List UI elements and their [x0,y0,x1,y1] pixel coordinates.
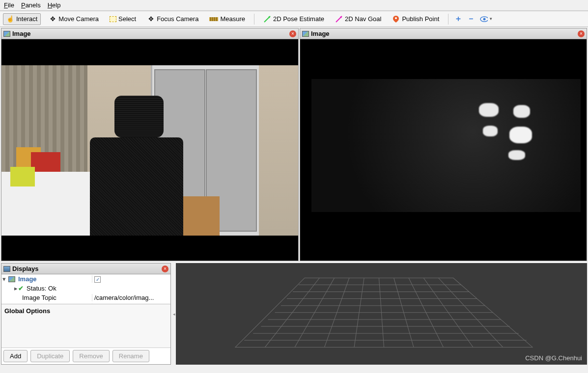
plus-icon[interactable]: ＋ [454,15,462,23]
focus-camera-button[interactable]: ✥ Focus Camera [144,14,201,25]
publish-point-button[interactable]: Publish Point [389,14,442,25]
topic-value[interactable]: /camera/color/imag... [92,294,170,301]
interact-label: Interact [16,15,37,23]
image-icon [3,31,10,37]
move-camera-button[interactable]: ✥ Move Camera [46,14,102,25]
watermark: CSDN @G.Chenhui [525,354,582,362]
transport-value[interactable]: raw [92,303,170,304]
tree-item-image[interactable]: ▾ Image ✓ [1,274,170,284]
select-label: Select [118,15,136,23]
pose-estimate-label: 2D Pose Estimate [273,15,324,23]
collapse-icon[interactable]: ▾ [1,275,6,283]
pose-estimate-button[interactable]: 2D Pose Estimate [260,14,327,25]
image-panel-depth-header[interactable]: Image × [300,28,587,39]
duplicate-button[interactable]: Duplicate [30,350,70,362]
help-box: Global Options [1,304,170,347]
measure-button[interactable]: Measure [206,14,248,24]
focus-camera-label: Focus Camera [157,15,198,23]
tree-item-status[interactable]: ▸ ✔ Status: Ok [1,284,170,293]
image-panel-depth-title: Image [311,30,576,37]
splitter-handle[interactable]: ◂ [172,262,176,366]
displays-body: ▾ Image ✓ ▸ ✔ Status: Ok Image Topic /ca… [1,274,170,364]
focus-camera-icon: ✥ [147,15,155,23]
image-panel-color-header[interactable]: Image × [1,28,298,39]
svg-point-6 [483,18,486,20]
minus-icon[interactable]: － [467,15,475,23]
displays-panel-title: Displays [12,265,160,272]
menu-file[interactable]: FFileile [4,1,14,9]
svg-point-4 [395,17,397,19]
menu-bar: FFileile Panels Help [0,0,588,11]
toolbar: ☝ Interact ✥ Move Camera Select ✥ Focus … [0,11,588,27]
grid-plane [176,263,587,365]
image-enabled-checkbox[interactable]: ✓ [94,276,101,283]
nav-goal-button[interactable]: 2D Nav Goal [332,14,384,25]
main-area: Image × Image [0,27,588,373]
eye-icon [480,15,488,23]
image-panel-color: Image × [1,28,299,261]
close-icon[interactable]: × [162,266,168,272]
nav-goal-arrow-icon [335,15,343,23]
depth-camera-frame [300,39,587,261]
measure-label: Measure [220,15,245,23]
publish-point-icon [392,15,400,23]
topic-label: Image Topic [21,294,92,301]
measure-icon [209,17,218,21]
tree-image-label: Image [17,275,92,283]
tree-item-topic[interactable]: Image Topic /camera/color/imag... [1,293,170,302]
displays-tree[interactable]: ▾ Image ✓ ▸ ✔ Status: Ok Image Topic /ca… [1,274,170,304]
move-camera-label: Move Camera [58,15,99,23]
checkmark-icon: ✔ [18,285,24,292]
displays-panel: Displays × ▾ Image ✓ ▸ ✔ Status: Ok [1,263,171,365]
toolbar-divider [254,14,254,25]
publish-point-label: Publish Point [402,15,439,23]
color-camera-frame [1,39,298,261]
interact-icon: ☝ [6,15,14,23]
chevron-down-icon: ▼ [489,17,493,21]
nav-goal-label: 2D Nav Goal [345,15,381,23]
select-button[interactable]: Select [107,14,139,24]
select-icon [110,16,116,22]
close-icon[interactable]: × [578,30,585,37]
image-panel-depth: Image × [300,28,587,261]
tree-item-transport[interactable]: Transport Hint raw [1,302,170,304]
expand-icon[interactable]: ▸ [13,285,18,292]
image-panel-color-title: Image [12,30,287,37]
image-icon [8,276,15,282]
visibility-dropdown[interactable]: ▼ [480,15,493,23]
transport-label: Transport Hint [21,303,92,304]
pose-arrow-icon [263,15,271,23]
move-camera-icon: ✥ [49,15,56,23]
toolbar-divider-2 [448,14,448,25]
bottom-row: Displays × ▾ Image ✓ ▸ ✔ Status: Ok [0,262,588,366]
remove-button[interactable]: Remove [73,350,109,362]
chevron-left-icon: ◂ [173,312,175,317]
close-icon[interactable]: × [289,30,296,37]
image-icon [302,31,309,37]
menu-help[interactable]: Help [48,1,61,9]
help-heading: Global Options [4,307,50,315]
status-label: Status: Ok [26,285,92,292]
add-button[interactable]: Add [3,350,28,362]
displays-button-row: Add Duplicate Remove Rename [1,347,170,364]
image-panels-row: Image × Image [0,27,588,262]
interact-button[interactable]: ☝ Interact [3,13,41,25]
3d-view[interactable]: CSDN @G.Chenhui [176,263,587,365]
depth-image-view[interactable] [300,39,587,261]
displays-panel-header[interactable]: Displays × [1,264,170,274]
menu-panels[interactable]: Panels [21,1,41,9]
rename-button[interactable]: Rename [112,350,149,362]
displays-icon [3,266,10,272]
color-image-view[interactable] [1,39,298,261]
